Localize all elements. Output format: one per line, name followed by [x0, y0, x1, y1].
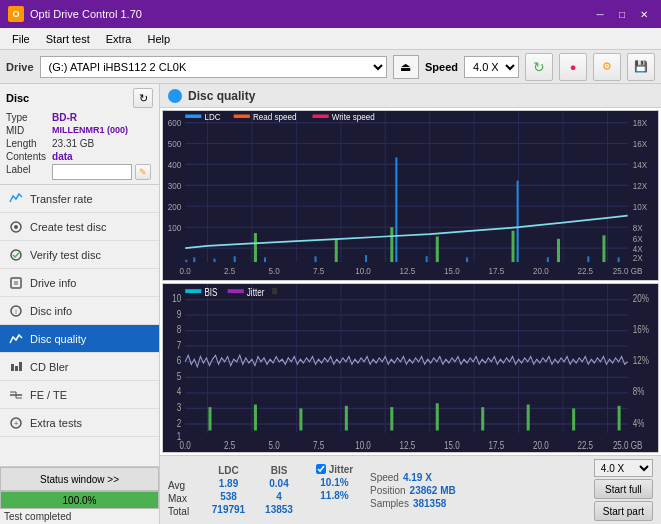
svg-rect-34	[234, 256, 236, 262]
menu-extra[interactable]: Extra	[98, 31, 140, 47]
stats-speed-dropdown[interactable]: 4.0 X	[594, 459, 653, 477]
label-input[interactable]	[52, 164, 132, 180]
samples-row: Samples 381358	[370, 498, 470, 509]
disc-info-grid: Type BD-R MID MILLENMR1 (000) Length 23.…	[6, 112, 153, 180]
start-part-button[interactable]: Start part	[594, 501, 653, 521]
total-bis: 13853	[265, 504, 293, 515]
transfer-rate-label: Transfer rate	[30, 193, 93, 205]
disc-refresh-button[interactable]: ↻	[133, 88, 153, 108]
length-label: Length	[6, 138, 46, 149]
sidebar-item-transfer-rate[interactable]: Transfer rate	[0, 185, 159, 213]
svg-text:i: i	[15, 308, 17, 315]
total-ldc: 719791	[212, 504, 245, 515]
drive-select[interactable]: (G:) ATAPI iHBS112 2 CL0K	[40, 56, 387, 78]
status-window-button[interactable]: Status window >>	[0, 467, 159, 491]
svg-text:7: 7	[177, 339, 181, 350]
avg-jitter: 10.1%	[320, 477, 348, 488]
settings-button[interactable]: ⚙	[593, 53, 621, 81]
svg-rect-32	[193, 257, 195, 262]
svg-text:0.0: 0.0	[180, 439, 191, 450]
chart1-container: 600 500 400 300 200 100 18X 16X 14X 12X …	[162, 110, 659, 281]
chart2-container: 10 9 8 7 6 5 4 3 2 1 20% 16% 12% 8% 4%	[162, 283, 659, 454]
svg-text:7.5: 7.5	[313, 265, 324, 276]
minimize-button[interactable]: ─	[591, 5, 609, 23]
disc-quality-header-icon	[168, 89, 182, 103]
svg-text:600: 600	[168, 118, 182, 129]
svg-rect-36	[315, 256, 317, 262]
svg-rect-3	[11, 278, 21, 288]
status-bar: Status window >> 100.0% Test completed	[0, 466, 159, 524]
titlebar-left: O Opti Drive Control 1.70	[8, 6, 142, 22]
speed-select[interactable]: 4.0 X	[464, 56, 519, 78]
max-jitter: 11.8%	[320, 490, 348, 501]
avg-bis: 0.04	[269, 478, 288, 489]
length-value: 23.31 GB	[52, 138, 153, 149]
drivebar: Drive (G:) ATAPI iHBS112 2 CL0K ⏏ Speed …	[0, 50, 661, 84]
svg-rect-106	[299, 408, 302, 430]
sidebar-item-disc-info[interactable]: i Disc info	[0, 297, 159, 325]
svg-rect-105	[254, 404, 257, 430]
speed-stat-label: Speed	[370, 472, 399, 483]
sidebar-item-extra-tests[interactable]: + Extra tests	[0, 409, 159, 437]
extra-tests-icon: +	[8, 415, 24, 431]
svg-text:5.0: 5.0	[269, 265, 280, 276]
mid-label: MID	[6, 125, 46, 136]
start-full-button[interactable]: Start full	[594, 479, 653, 499]
sidebar: Disc ↻ Type BD-R MID MILLENMR1 (000) Len…	[0, 84, 160, 524]
svg-text:10.0: 10.0	[355, 439, 371, 450]
menu-start-test[interactable]: Start test	[38, 31, 98, 47]
save-button[interactable]: 💾	[627, 53, 655, 81]
svg-text:300: 300	[168, 180, 182, 191]
svg-rect-142	[228, 289, 244, 293]
titlebar-title: Opti Drive Control 1.70	[30, 8, 142, 20]
svg-text:10X: 10X	[633, 201, 648, 212]
svg-rect-10	[19, 362, 22, 371]
menu-file[interactable]: File	[4, 31, 38, 47]
sidebar-item-disc-quality[interactable]: Disc quality	[0, 325, 159, 353]
svg-text:Read speed: Read speed	[253, 112, 297, 123]
menubar: File Start test Extra Help	[0, 28, 661, 50]
svg-text:400: 400	[168, 159, 182, 170]
stats-jitter-col: Jitter 10.1% 11.8%	[307, 464, 362, 517]
jitter-checkbox[interactable]	[316, 464, 326, 474]
svg-rect-48	[436, 237, 439, 263]
type-value: BD-R	[52, 112, 153, 123]
svg-text:+: +	[14, 419, 19, 428]
disc-icon-button[interactable]: ●	[559, 53, 587, 81]
svg-text:25.0 GB: 25.0 GB	[613, 439, 643, 450]
svg-text:4: 4	[177, 386, 181, 397]
refresh-button[interactable]: ↻	[525, 53, 553, 81]
content-header: Disc quality	[160, 84, 661, 108]
label-edit-button[interactable]: ✎	[135, 164, 151, 180]
close-button[interactable]: ✕	[635, 5, 653, 23]
charts-area: 600 500 400 300 200 100 18X 16X 14X 12X …	[160, 108, 661, 455]
maximize-button[interactable]: □	[613, 5, 631, 23]
jitter-header: Jitter	[329, 464, 353, 475]
svg-text:Jitter: Jitter	[247, 286, 264, 297]
svg-text:12.5: 12.5	[400, 439, 416, 450]
main-content: Disc quality	[160, 84, 661, 524]
svg-text:100: 100	[168, 222, 182, 233]
sidebar-item-fe-te[interactable]: FE / TE	[0, 381, 159, 409]
chart1-svg: 600 500 400 300 200 100 18X 16X 14X 12X …	[163, 111, 658, 280]
svg-rect-38	[395, 157, 397, 262]
svg-rect-140	[185, 289, 201, 293]
cd-bler-label: CD Bler	[30, 361, 69, 373]
sidebar-item-verify-test-disc[interactable]: Verify test disc	[0, 241, 159, 269]
eject-button[interactable]: ⏏	[393, 55, 419, 79]
ldc-header: LDC	[218, 465, 239, 476]
titlebar-controls[interactable]: ─ □ ✕	[591, 5, 653, 23]
svg-text:BIS: BIS	[204, 286, 217, 297]
extra-tests-label: Extra tests	[30, 417, 82, 429]
progress-bar: 100.0%	[0, 491, 159, 509]
sidebar-item-drive-info[interactable]: Drive info	[0, 269, 159, 297]
sidebar-item-cd-bler[interactable]: CD Bler	[0, 353, 159, 381]
sidebar-item-create-test-disc[interactable]: Create test disc	[0, 213, 159, 241]
svg-rect-37	[365, 255, 367, 262]
svg-text:12%: 12%	[633, 355, 649, 366]
svg-rect-13	[163, 111, 658, 280]
svg-rect-33	[214, 259, 216, 262]
svg-rect-107	[345, 405, 348, 430]
menu-help[interactable]: Help	[139, 31, 178, 47]
svg-rect-44	[618, 257, 620, 262]
